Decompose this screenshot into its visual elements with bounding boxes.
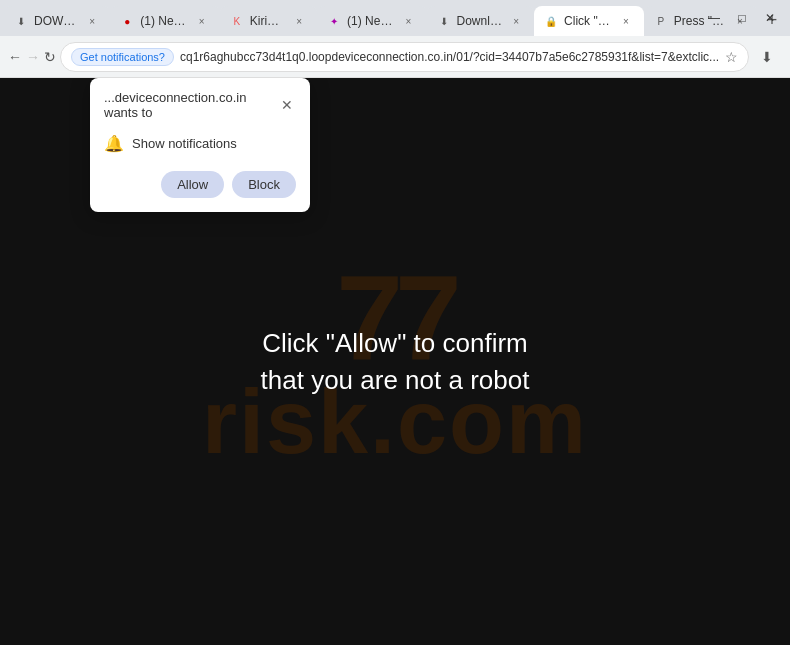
popup-title: ...deviceconnection.co.in wants to [104,90,278,120]
popup-notification-row: 🔔 Show notifications [104,130,296,157]
tab-close-tab4[interactable]: × [401,13,417,29]
popup-buttons: Allow Block [104,171,296,198]
tab-favicon-tab3: K [230,14,244,28]
popup-header: ...deviceconnection.co.in wants to ✕ [104,90,296,120]
toolbar-icons: ⬇ 👤 ⋮ [753,43,790,71]
window-controls: — □ ✕ [702,6,782,30]
block-button[interactable]: Block [232,171,296,198]
tab-close-tab2[interactable]: × [194,13,210,29]
address-bar[interactable]: Get notifications? cq1r6aghubcc73d4t1q0.… [60,42,749,72]
bookmark-icon[interactable]: ☆ [725,49,738,65]
tab-tab6[interactable]: 🔒Click "A...× [534,6,644,36]
tab-title-tab5: Downlc... [457,14,503,28]
tab-tab3[interactable]: KKirisTV× [220,6,317,36]
tab-close-tab1[interactable]: × [84,13,100,29]
tab-close-tab5[interactable]: × [508,13,524,29]
notification-popup: ...deviceconnection.co.in wants to ✕ 🔔 S… [90,78,310,212]
show-notifications-label: Show notifications [132,136,237,151]
download-icon[interactable]: ⬇ [753,43,781,71]
maximize-button[interactable]: □ [730,6,754,30]
tab-bar: ⬇DOWN...×●(1) New...×KKirisTV×✦(1) New..… [0,0,790,36]
page-content: 77 risk.com Click "Allow" to confirm tha… [0,78,790,645]
tab-title-tab4: (1) New... [347,14,394,28]
toolbar: ← → ↻ Get notifications? cq1r6aghubcc73d… [0,36,790,78]
reload-button[interactable]: ↻ [44,43,56,71]
tab-title-tab2: (1) New... [140,14,187,28]
tab-favicon-tab1: ⬇ [14,14,28,28]
tab-tab2[interactable]: ●(1) New...× [110,6,219,36]
minimize-button[interactable]: — [702,6,726,30]
tab-tab5[interactable]: ⬇Downlc...× [427,6,535,36]
main-message-line1: Click "Allow" to confirm [261,325,530,361]
tab-title-tab6: Click "A... [564,14,612,28]
forward-button[interactable]: → [26,43,40,71]
tab-favicon-tab7: P [654,14,668,28]
main-message: Click "Allow" to confirm that you are no… [261,325,530,398]
browser-window: ⬇DOWN...×●(1) New...×KKirisTV×✦(1) New..… [0,0,790,645]
tab-favicon-tab2: ● [120,14,134,28]
bell-icon: 🔔 [104,134,124,153]
tab-favicon-tab5: ⬇ [437,14,451,28]
tab-tab4[interactable]: ✦(1) New...× [317,6,426,36]
tab-title-tab3: KirisTV [250,14,285,28]
main-message-line2: that you are not a robot [261,362,530,398]
tab-tab1[interactable]: ⬇DOWN...× [4,6,110,36]
allow-button[interactable]: Allow [161,171,224,198]
back-button[interactable]: ← [8,43,22,71]
popup-close-button[interactable]: ✕ [278,95,296,115]
profile-icon[interactable]: 👤 [783,43,790,71]
address-text: cq1r6aghubcc73d4t1q0.loopdeviceconnectio… [180,50,719,64]
tab-close-tab3[interactable]: × [291,13,307,29]
tab-title-tab1: DOWN... [34,14,78,28]
close-button[interactable]: ✕ [758,6,782,30]
tab-close-tab6[interactable]: × [618,13,634,29]
notification-chip[interactable]: Get notifications? [71,48,174,66]
tab-favicon-tab6: 🔒 [544,14,558,28]
tab-favicon-tab4: ✦ [327,14,341,28]
